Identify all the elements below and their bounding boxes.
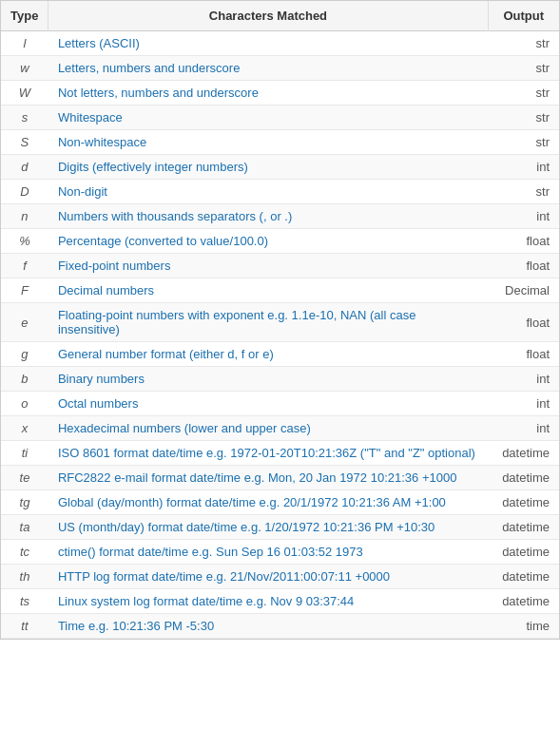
cell-output: int xyxy=(488,367,559,392)
cell-output: datetime xyxy=(488,540,559,565)
table-row: tgGlobal (day/month) format date/time e.… xyxy=(1,490,559,515)
cell-type: % xyxy=(1,229,48,254)
cell-type: th xyxy=(1,565,48,589)
cell-chars: Whitespace xyxy=(48,106,488,130)
cell-output: str xyxy=(488,180,559,204)
cell-output: datetime xyxy=(488,490,559,515)
cell-type: S xyxy=(1,130,48,155)
table-row: gGeneral number format (either d, f or e… xyxy=(1,342,559,367)
cell-type: g xyxy=(1,342,48,367)
cell-chars: Not letters, numbers and underscore xyxy=(48,81,488,106)
table-row: FDecimal numbersDecimal xyxy=(1,278,559,303)
cell-output: int xyxy=(488,392,559,416)
header-output: Output xyxy=(488,1,559,31)
table-row: xHexadecimal numbers (lower and upper ca… xyxy=(1,416,559,441)
cell-type: n xyxy=(1,204,48,229)
header-type: Type xyxy=(1,1,48,31)
cell-output: datetime xyxy=(488,515,559,540)
cell-chars: Letters (ASCII) xyxy=(48,31,488,56)
cell-chars: General number format (either d, f or e) xyxy=(48,342,488,367)
cell-output: float xyxy=(488,342,559,367)
cell-chars: Hexadecimal numbers (lower and upper cas… xyxy=(48,416,488,441)
cell-chars: Digits (effectively integer numbers) xyxy=(48,155,488,180)
table-row: bBinary numbersint xyxy=(1,367,559,392)
table-row: eFloating-point numbers with exponent e.… xyxy=(1,303,559,342)
table-row: DNon-digitstr xyxy=(1,180,559,204)
cell-output: str xyxy=(488,130,559,155)
cell-chars: Floating-point numbers with exponent e.g… xyxy=(48,303,488,342)
cell-output: float xyxy=(488,254,559,278)
cell-type: w xyxy=(1,56,48,81)
table-row: teRFC2822 e-mail format date/time e.g. M… xyxy=(1,466,559,490)
cell-type: ts xyxy=(1,589,48,614)
cell-output: int xyxy=(488,204,559,229)
cell-type: s xyxy=(1,106,48,130)
cell-type: f xyxy=(1,254,48,278)
cell-output: Decimal xyxy=(488,278,559,303)
cell-output: str xyxy=(488,106,559,130)
cell-type: x xyxy=(1,416,48,441)
cell-chars: Non-digit xyxy=(48,180,488,204)
cell-type: ta xyxy=(1,515,48,540)
reference-table: Type Characters Matched Output lLetters … xyxy=(0,0,560,640)
cell-chars: RFC2822 e-mail format date/time e.g. Mon… xyxy=(48,466,488,490)
cell-chars: Numbers with thousands separators (, or … xyxy=(48,204,488,229)
cell-type: l xyxy=(1,31,48,56)
table-row: tiISO 8601 format date/time e.g. 1972-01… xyxy=(1,441,559,466)
header-chars: Characters Matched xyxy=(48,1,488,31)
cell-type: d xyxy=(1,155,48,180)
table-row: wLetters, numbers and underscorestr xyxy=(1,56,559,81)
cell-type: tg xyxy=(1,490,48,515)
cell-type: b xyxy=(1,367,48,392)
table-row: thHTTP log format date/time e.g. 21/Nov/… xyxy=(1,565,559,589)
cell-chars: Fixed-point numbers xyxy=(48,254,488,278)
table-row: fFixed-point numbersfloat xyxy=(1,254,559,278)
cell-type: ti xyxy=(1,441,48,466)
cell-chars: Letters, numbers and underscore xyxy=(48,56,488,81)
cell-output: str xyxy=(488,56,559,81)
cell-output: float xyxy=(488,229,559,254)
table-row: WNot letters, numbers and underscorestr xyxy=(1,81,559,106)
cell-output: int xyxy=(488,416,559,441)
cell-type: D xyxy=(1,180,48,204)
cell-type: tc xyxy=(1,540,48,565)
cell-type: o xyxy=(1,392,48,416)
table-row: tsLinux system log format date/time e.g.… xyxy=(1,589,559,614)
table-row: sWhitespacestr xyxy=(1,106,559,130)
cell-output: datetime xyxy=(488,466,559,490)
cell-output: str xyxy=(488,31,559,56)
table-row: ttTime e.g. 10:21:36 PM -5:30time xyxy=(1,614,559,639)
table-row: lLetters (ASCII)str xyxy=(1,31,559,56)
cell-output: datetime xyxy=(488,565,559,589)
cell-type: tt xyxy=(1,614,48,639)
cell-output: float xyxy=(488,303,559,342)
table-row: tcctime() format date/time e.g. Sun Sep … xyxy=(1,540,559,565)
cell-type: e xyxy=(1,303,48,342)
cell-output: datetime xyxy=(488,441,559,466)
cell-chars: Percentage (converted to value/100.0) xyxy=(48,229,488,254)
cell-output: time xyxy=(488,614,559,639)
cell-chars: Linux system log format date/time e.g. N… xyxy=(48,589,488,614)
cell-chars: Time e.g. 10:21:36 PM -5:30 xyxy=(48,614,488,639)
table-row: nNumbers with thousands separators (, or… xyxy=(1,204,559,229)
cell-chars: Octal numbers xyxy=(48,392,488,416)
cell-chars: Decimal numbers xyxy=(48,278,488,303)
table-row: oOctal numbersint xyxy=(1,392,559,416)
table-row: %Percentage (converted to value/100.0)fl… xyxy=(1,229,559,254)
cell-chars: Non-whitespace xyxy=(48,130,488,155)
cell-output: datetime xyxy=(488,589,559,614)
cell-chars: US (month/day) format date/time e.g. 1/2… xyxy=(48,515,488,540)
cell-type: W xyxy=(1,81,48,106)
cell-type: F xyxy=(1,278,48,303)
cell-chars: HTTP log format date/time e.g. 21/Nov/20… xyxy=(48,565,488,589)
table-row: SNon-whitespacestr xyxy=(1,130,559,155)
cell-chars: Binary numbers xyxy=(48,367,488,392)
cell-chars: ISO 8601 format date/time e.g. 1972-01-2… xyxy=(48,441,488,466)
cell-type: te xyxy=(1,466,48,490)
cell-chars: ctime() format date/time e.g. Sun Sep 16… xyxy=(48,540,488,565)
cell-output: int xyxy=(488,155,559,180)
cell-chars: Global (day/month) format date/time e.g.… xyxy=(48,490,488,515)
table-row: dDigits (effectively integer numbers)int xyxy=(1,155,559,180)
table-row: taUS (month/day) format date/time e.g. 1… xyxy=(1,515,559,540)
cell-output: str xyxy=(488,81,559,106)
